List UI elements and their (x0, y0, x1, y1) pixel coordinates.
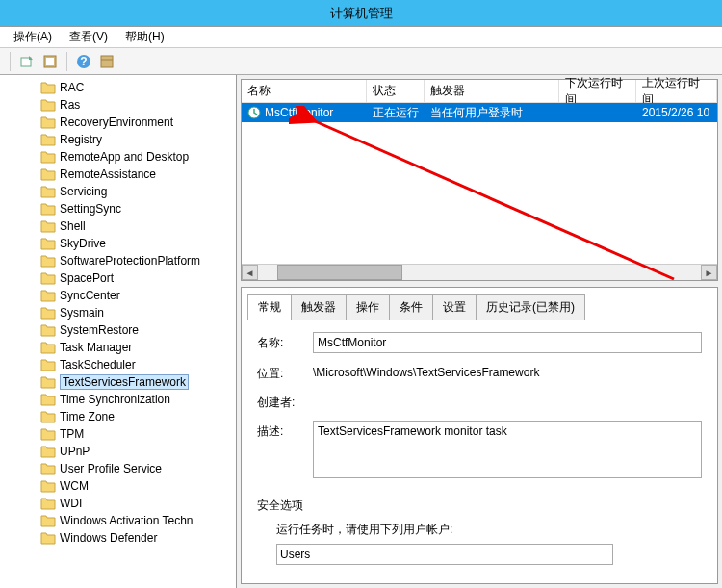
task-name: MsCtfMonitor (265, 106, 333, 119)
tree-item[interactable]: SystemRestore (0, 321, 236, 339)
export-icon[interactable] (16, 51, 38, 72)
menu-help[interactable]: 帮助(H) (125, 29, 165, 45)
tab-general[interactable]: 常规 (247, 294, 292, 320)
label-description: 描述: (257, 421, 305, 440)
location-value: \Microsoft\Windows\TextServicesFramework (313, 363, 539, 379)
toolbar: ? (0, 48, 722, 75)
tree-item[interactable]: Registry (0, 131, 236, 148)
run-as-label: 运行任务时，请使用下列用户帐户: (276, 522, 702, 538)
scroll-thumb[interactable] (277, 265, 402, 280)
tree-item[interactable]: SpacePort (0, 269, 236, 287)
tree-item-label: Time Zone (60, 410, 115, 423)
tree-item[interactable]: TaskScheduler (0, 356, 236, 373)
menu-action[interactable]: 操作(A) (13, 29, 52, 45)
task-last-run: 2015/2/26 10 (636, 106, 717, 119)
users-field: Users (276, 544, 613, 565)
tree-item-label: SyncCenter (60, 289, 120, 302)
tree-item-label: RAC (60, 81, 84, 94)
tree-item[interactable]: RAC (0, 79, 236, 96)
horizontal-scrollbar[interactable]: ◄ ► (242, 264, 717, 280)
scroll-right-icon[interactable]: ► (701, 265, 717, 280)
tree-item-label: SystemRestore (60, 323, 139, 337)
tree-item-label: Sysmain (60, 306, 104, 320)
tab-conditions[interactable]: 条件 (389, 294, 433, 320)
tree-item[interactable]: SoftwareProtectionPlatform (0, 252, 236, 269)
tree-item[interactable]: WCM (0, 477, 236, 495)
clock-icon (247, 106, 261, 119)
task-row[interactable]: MsCtfMonitor 正在运行 当任何用户登录时 2015/2/26 10 (242, 103, 717, 122)
scroll-left-icon[interactable]: ◄ (242, 265, 258, 280)
column-header-next-run[interactable]: 下次运行时间 (559, 80, 636, 102)
label-author: 创建者: (257, 392, 305, 411)
column-header-status[interactable]: 状态 (367, 80, 425, 102)
tree-item-label: RemoteAssistance (60, 167, 156, 181)
svg-rect-2 (46, 58, 54, 65)
tree-item[interactable]: User Profile Service (0, 460, 236, 477)
column-header-trigger[interactable]: 触发器 (425, 80, 559, 102)
tab-settings[interactable]: 设置 (432, 294, 477, 320)
tab-triggers[interactable]: 触发器 (291, 294, 347, 320)
tree-item-label: SoftwareProtectionPlatform (60, 254, 200, 268)
toolbar-separator (66, 52, 67, 71)
label-location: 位置: (257, 363, 305, 382)
tree-item-label: SkyDrive (60, 237, 106, 250)
tree-item[interactable]: SkyDrive (0, 235, 236, 252)
properties-icon[interactable] (39, 51, 61, 72)
tree-item[interactable]: Windows Defender (0, 529, 236, 547)
detail-tabs: 常规 触发器 操作 条件 设置 历史记录(已禁用) (247, 294, 711, 320)
tree-item-label: RemoteApp and Desktop (60, 150, 189, 164)
tree-item[interactable]: Windows Activation Techn (0, 512, 236, 529)
help-icon[interactable]: ? (73, 51, 94, 72)
tree-item-label: TextServicesFramework (60, 374, 189, 390)
tree-panel[interactable]: RACRasRecoveryEnvironmentRegistryRemoteA… (0, 75, 237, 588)
tree-item[interactable]: TextServicesFramework (0, 373, 236, 391)
tree-item[interactable]: Servicing (0, 183, 236, 200)
panel-icon[interactable] (96, 51, 117, 72)
tree-item[interactable]: UPnP (0, 443, 236, 460)
tree-item-label: TPM (60, 427, 84, 441)
tab-history[interactable]: 历史记录(已禁用) (476, 294, 585, 320)
column-header-last-run[interactable]: 上次运行时间 (636, 80, 717, 102)
tree-item[interactable]: SettingSync (0, 200, 236, 217)
tree-item-label: Task Manager (60, 341, 132, 354)
tree-item-label: RecoveryEnvironment (60, 115, 173, 129)
tree-item-label: Windows Activation Techn (60, 514, 193, 527)
svg-rect-5 (101, 56, 113, 67)
tree-item[interactable]: Time Synchronization (0, 391, 236, 408)
tree-item-label: SpacePort (60, 271, 114, 285)
tree-item[interactable]: RemoteApp and Desktop (0, 148, 236, 166)
tree-item[interactable]: SyncCenter (0, 287, 236, 304)
tree-item[interactable]: Time Zone (0, 408, 236, 425)
tree-item[interactable]: Ras (0, 96, 236, 114)
security-section-label: 安全选项 (257, 498, 702, 514)
menu-view[interactable]: 查看(V) (69, 29, 108, 45)
tree-item-label: Shell (60, 219, 86, 233)
tree-item-label: Registry (60, 133, 102, 146)
window-titlebar: 计算机管理 (0, 0, 722, 27)
tree-item-label: Ras (60, 98, 80, 112)
task-detail-panel: 常规 触发器 操作 条件 设置 历史记录(已禁用) 名称: 位置: \Micro… (241, 287, 718, 584)
column-header-name[interactable]: 名称 (242, 80, 367, 102)
tree-item-label: Time Synchronization (60, 393, 170, 406)
tree-item[interactable]: Sysmain (0, 304, 236, 321)
label-name: 名称: (257, 332, 305, 351)
tree-item-label: UPnP (60, 445, 90, 458)
description-field[interactable] (313, 421, 702, 478)
toolbar-separator (10, 52, 11, 71)
tree-item[interactable]: Task Manager (0, 339, 236, 356)
tree-item[interactable]: RemoteAssistance (0, 166, 236, 183)
tree-item-label: Windows Defender (60, 531, 157, 545)
tree-item[interactable]: Shell (0, 217, 236, 235)
tab-actions[interactable]: 操作 (346, 294, 390, 320)
tree-item-label: User Profile Service (60, 462, 162, 475)
task-trigger: 当任何用户登录时 (425, 105, 559, 121)
svg-text:?: ? (80, 55, 87, 68)
tree-item-label: Servicing (60, 185, 107, 198)
window-title: 计算机管理 (330, 5, 393, 22)
name-field[interactable] (313, 332, 702, 353)
task-status: 正在运行 (367, 105, 425, 121)
tree-item[interactable]: TPM (0, 425, 236, 443)
tree-item[interactable]: WDI (0, 495, 236, 512)
tree-item-label: TaskScheduler (60, 358, 136, 371)
tree-item[interactable]: RecoveryEnvironment (0, 114, 236, 131)
